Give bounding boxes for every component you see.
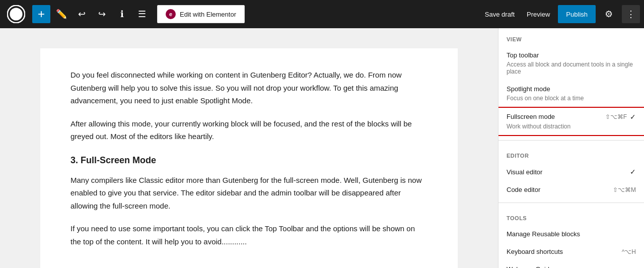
paragraph-2: After allowing this mode, your currently… bbox=[70, 117, 427, 143]
keyboard-shortcuts-shortcut: ^⌥H bbox=[622, 248, 636, 255]
list-icon: ☰ bbox=[138, 9, 146, 20]
ellipsis-icon: ⋮ bbox=[626, 9, 635, 20]
heading-fullscreen: 3. Full-Screen Mode bbox=[70, 155, 427, 166]
view-section-label: VIEW bbox=[498, 28, 644, 46]
publish-button[interactable]: Publish bbox=[558, 5, 596, 23]
topbar-right: Save draft Preview Publish ⚙ ⋮ bbox=[481, 5, 640, 23]
settings-button[interactable]: ⚙ bbox=[600, 5, 618, 23]
redo-button[interactable]: ↪ bbox=[93, 5, 111, 23]
visual-editor-check-icon: ✓ bbox=[630, 168, 636, 176]
visual-editor-item[interactable]: Visual editor ✓ bbox=[498, 163, 644, 181]
tools-button[interactable]: ✏️ bbox=[52, 5, 70, 23]
list-view-button[interactable]: ☰ bbox=[133, 5, 151, 23]
main-area: Do you feel disconnected while working o… bbox=[0, 28, 644, 268]
more-options-button[interactable]: ⋮ bbox=[622, 5, 640, 23]
divider-1 bbox=[498, 140, 644, 141]
code-editor-shortcut: ⇧⌥⌘M bbox=[613, 186, 636, 193]
elementor-icon: e bbox=[166, 9, 176, 19]
fullscreen-mode-desc: Work without distraction bbox=[507, 123, 636, 130]
fullscreen-mode-item[interactable]: Fullscreen mode ⇧⌥⌘F ✓ Work without dist… bbox=[498, 107, 644, 136]
plus-icon: + bbox=[38, 7, 45, 21]
svg-text:W: W bbox=[12, 8, 21, 19]
edit-elementor-button[interactable]: e Edit with Elementor bbox=[157, 5, 245, 23]
welcome-guide-item[interactable]: Welcome Guide bbox=[498, 260, 644, 268]
top-toolbar-title: Top toolbar bbox=[507, 51, 539, 59]
code-editor-title: Code editor bbox=[507, 186, 540, 193]
edit-elementor-label: Edit with Elementor bbox=[180, 11, 236, 18]
redo-icon: ↪ bbox=[98, 9, 106, 20]
preview-button[interactable]: Preview bbox=[523, 11, 554, 18]
spotlight-mode-desc: Focus on one block at a time bbox=[507, 95, 636, 102]
content-inner: Do you feel disconnected while working o… bbox=[40, 48, 458, 268]
topbar: W + ✏️ ↩ ↪ ℹ ☰ e Edit with Elementor Sav… bbox=[0, 0, 644, 28]
manage-reusable-item[interactable]: Manage Reusable blocks bbox=[498, 225, 644, 243]
top-toolbar-item[interactable]: Top toolbar Access all block and documen… bbox=[498, 46, 644, 80]
undo-icon: ↩ bbox=[78, 9, 86, 20]
keyboard-shortcuts-item[interactable]: Keyboard shortcuts ^⌥H bbox=[498, 243, 644, 260]
fullscreen-check-icon: ✓ bbox=[630, 113, 636, 121]
fullscreen-mode-title: Fullscreen mode bbox=[507, 113, 555, 120]
info-icon: ℹ bbox=[120, 9, 124, 20]
paragraph-3: Many compilers like Classic editor more … bbox=[70, 174, 427, 213]
tools-section-label: TOOLS bbox=[498, 207, 644, 225]
visual-editor-title: Visual editor bbox=[507, 168, 542, 176]
welcome-guide-title: Welcome Guide bbox=[507, 265, 553, 268]
gear-icon: ⚙ bbox=[605, 9, 613, 20]
keyboard-shortcuts-title: Keyboard shortcuts bbox=[507, 248, 563, 255]
add-block-button[interactable]: + bbox=[32, 5, 50, 23]
spotlight-mode-title: Spotlight mode bbox=[507, 85, 550, 93]
divider-2 bbox=[498, 203, 644, 203]
top-toolbar-desc: Access all block and document tools in a… bbox=[507, 61, 636, 75]
view-panel: VIEW Top toolbar Access all block and do… bbox=[498, 28, 644, 268]
editor-section-label: EDITOR bbox=[498, 145, 644, 163]
undo-button[interactable]: ↩ bbox=[73, 5, 91, 23]
content-area: Do you feel disconnected while working o… bbox=[0, 28, 498, 268]
paragraph-1: Do you feel disconnected while working o… bbox=[70, 69, 427, 107]
save-draft-button[interactable]: Save draft bbox=[481, 11, 519, 18]
fullscreen-shortcut: ⇧⌥⌘F bbox=[605, 113, 627, 120]
info-button[interactable]: ℹ bbox=[113, 5, 131, 23]
wp-logo: W bbox=[4, 0, 28, 28]
paragraph-4: If you need to use some important tools,… bbox=[70, 222, 427, 248]
code-editor-item[interactable]: Code editor ⇧⌥⌘M bbox=[498, 181, 644, 198]
pencil-icon: ✏️ bbox=[56, 9, 67, 20]
spotlight-mode-item[interactable]: Spotlight mode Focus on one block at a t… bbox=[498, 80, 644, 107]
manage-reusable-title: Manage Reusable blocks bbox=[507, 230, 580, 238]
